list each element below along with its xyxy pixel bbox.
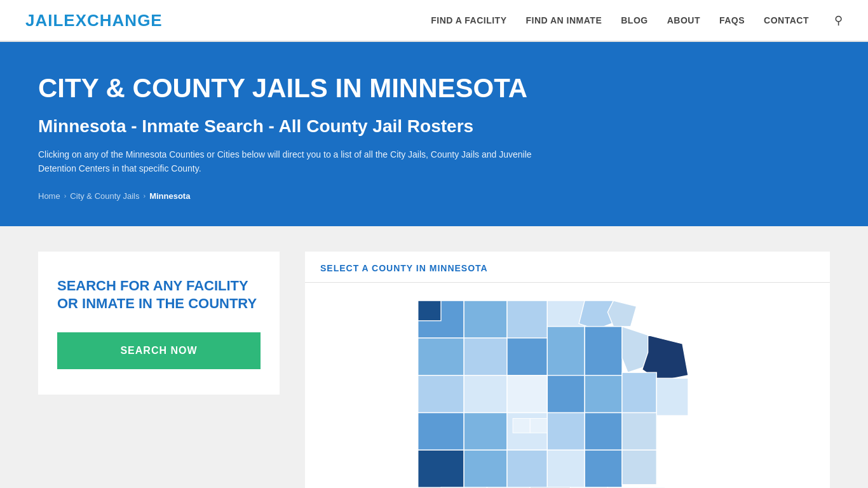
- svg-rect-35: [622, 450, 656, 484]
- svg-rect-2: [418, 301, 441, 321]
- svg-rect-33: [547, 450, 585, 487]
- page-description: Clicking on any of the Minnesota Countie…: [38, 147, 546, 176]
- svg-rect-21: [656, 378, 688, 416]
- svg-rect-15: [418, 375, 464, 412]
- breadcrumb-parent[interactable]: City & County Jails: [70, 191, 139, 201]
- svg-rect-27: [547, 412, 585, 450]
- svg-rect-3: [464, 301, 507, 338]
- search-now-button[interactable]: SEARCH NOW: [57, 332, 261, 369]
- svg-rect-8: [418, 337, 464, 375]
- svg-rect-25: [513, 418, 530, 433]
- svg-rect-23: [464, 412, 507, 450]
- svg-rect-16: [464, 375, 507, 412]
- svg-rect-22: [418, 412, 464, 450]
- svg-rect-9: [464, 337, 507, 375]
- nav-find-inmate[interactable]: FIND AN INMATE: [526, 15, 602, 25]
- minnesota-map[interactable]: [351, 289, 783, 488]
- svg-rect-18: [547, 375, 585, 412]
- svg-rect-30: [418, 450, 464, 487]
- svg-rect-17: [507, 375, 547, 412]
- svg-rect-29: [622, 412, 656, 450]
- breadcrumb-separator-1: ›: [64, 192, 67, 200]
- search-icon[interactable]: ⚲: [834, 13, 843, 27]
- svg-rect-4: [507, 301, 547, 338]
- hero-section: CITY & COUNTY JAILS IN MINNESOTA Minneso…: [0, 42, 868, 226]
- page-subtitle: Minnesota - Inmate Search - All County J…: [38, 116, 830, 137]
- logo-prefix: JAIL: [25, 11, 64, 30]
- search-panel: SEARCH FOR ANY FACILITY OR INMATE IN THE…: [38, 252, 280, 395]
- breadcrumb: Home › City & County Jails › Minnesota: [38, 191, 830, 201]
- svg-rect-31: [464, 450, 507, 487]
- search-panel-heading: SEARCH FOR ANY FACILITY OR INMATE IN THE…: [57, 277, 261, 313]
- svg-rect-19: [585, 375, 622, 412]
- svg-rect-11: [547, 326, 585, 375]
- site-header: JAILEXCHANGE FIND A FACILITY FIND AN INM…: [0, 0, 868, 42]
- map-title: SELECT A COUNTY IN MINNESOTA: [320, 263, 815, 273]
- logo-suffix: EXCHANGE: [64, 11, 162, 30]
- svg-rect-20: [622, 372, 656, 412]
- site-logo[interactable]: JAILEXCHANGE: [25, 11, 163, 30]
- svg-rect-12: [585, 326, 622, 375]
- page-title: CITY & COUNTY JAILS IN MINNESOTA: [38, 74, 830, 103]
- svg-rect-10: [507, 337, 547, 375]
- breadcrumb-separator-2: ›: [143, 192, 146, 200]
- breadcrumb-home[interactable]: Home: [38, 191, 60, 201]
- map-header: SELECT A COUNTY IN MINNESOTA: [305, 252, 830, 283]
- map-container[interactable]: [305, 283, 830, 488]
- breadcrumb-current: Minnesota: [149, 191, 190, 201]
- nav-contact[interactable]: CONTACT: [764, 15, 809, 25]
- nav-faqs[interactable]: FAQs: [719, 15, 745, 25]
- main-content: SEARCH FOR ANY FACILITY OR INMATE IN THE…: [0, 226, 868, 488]
- map-panel: SELECT A COUNTY IN MINNESOTA: [305, 252, 830, 488]
- svg-rect-28: [585, 412, 622, 450]
- nav-blog[interactable]: BLOG: [621, 15, 648, 25]
- svg-rect-32: [507, 450, 547, 487]
- main-nav: FIND A FACILITY FIND AN INMATE BLOG ABOU…: [431, 13, 843, 27]
- nav-find-facility[interactable]: FIND A FACILITY: [431, 15, 506, 25]
- svg-rect-34: [585, 450, 622, 487]
- nav-about[interactable]: ABOUT: [667, 15, 700, 25]
- svg-rect-26: [530, 418, 547, 433]
